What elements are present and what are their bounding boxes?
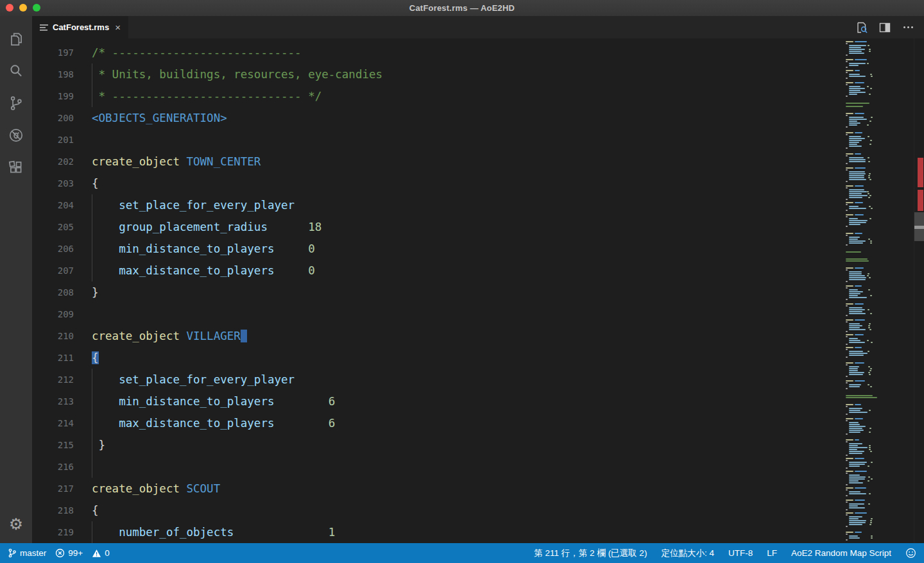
code-line[interactable]: 211{ <box>32 347 843 369</box>
code-line[interactable]: 218{ <box>32 500 843 521</box>
debug-icon[interactable] <box>0 119 32 151</box>
cursor-position[interactable]: 第 211 行，第 2 欄 (已選取 2) <box>534 548 647 559</box>
status-bar: master 99+ 0 第 211 行，第 2 欄 (已選取 2) 定位點大小… <box>0 543 924 563</box>
problems-status[interactable]: 99+ 0 <box>55 548 109 558</box>
tab-bar: CatForest.rms × <box>32 16 924 38</box>
code-text: max_distance_to_players 6 <box>92 412 843 434</box>
code-line[interactable]: 203{ <box>32 172 843 194</box>
source-control-icon[interactable] <box>0 87 32 119</box>
code-line[interactable]: 202create_object TOWN_CENTER <box>32 151 843 172</box>
code-text: create_object VILLAGER <box>92 325 843 347</box>
open-preview-icon[interactable] <box>855 21 869 35</box>
window-title: CatForest.rms — AoE2HD <box>409 3 515 13</box>
editor[interactable]: 197/* ----------------------------198 * … <box>32 38 924 543</box>
code-line[interactable]: 198 * Units, buildings, resources, eye-c… <box>32 63 843 85</box>
settings-gear-icon[interactable]: ⚙ <box>0 511 32 537</box>
line-number: 207 <box>32 260 92 282</box>
code-text: set_place_for_every_player <box>92 369 843 391</box>
code-text: group_placement_radius 18 <box>92 216 843 238</box>
minimap[interactable] <box>843 38 914 543</box>
extensions-icon[interactable] <box>0 151 32 183</box>
more-actions-icon[interactable] <box>901 21 915 35</box>
code-line[interactable]: 217create_object SCOUT <box>32 478 843 500</box>
vscode-window: CatForest.rms — AoE2HD <box>0 0 924 563</box>
code-line[interactable]: 208} <box>32 282 843 303</box>
line-number: 218 <box>32 500 92 521</box>
code-line[interactable]: 216 <box>32 456 843 478</box>
search-icon[interactable] <box>0 55 32 87</box>
code-line[interactable]: 210create_object VILLAGER <box>32 325 843 347</box>
line-number: 212 <box>32 369 92 391</box>
code-line[interactable]: 200<OBJECTS_GENERATION> <box>32 107 843 129</box>
line-number: 217 <box>32 478 92 500</box>
line-number: 204 <box>32 194 92 216</box>
code-line[interactable]: 214 max_distance_to_players 6 <box>32 412 843 434</box>
line-number: 209 <box>32 303 92 325</box>
explorer-icon[interactable] <box>0 23 32 55</box>
branch-name: master <box>20 548 46 558</box>
warnings-icon <box>92 549 101 558</box>
warning-count: 0 <box>105 548 110 558</box>
line-number: 202 <box>32 151 92 172</box>
code-text: min_distance_to_players 0 <box>92 238 843 260</box>
line-number: 213 <box>32 391 92 412</box>
error-marker <box>918 158 923 187</box>
error-marker <box>918 190 923 211</box>
tab-label: CatForest.rms <box>53 22 109 32</box>
code-line[interactable]: 219 number_of_objects 1 <box>32 521 843 543</box>
code-line[interactable]: 199 * ---------------------------- */ <box>32 85 843 107</box>
cursor-position-marker <box>914 226 924 229</box>
code-text: <OBJECTS_GENERATION> <box>92 107 843 129</box>
code-line[interactable]: 201 <box>32 129 843 151</box>
code-lines[interactable]: 197/* ----------------------------198 * … <box>32 38 843 543</box>
line-number: 214 <box>32 412 92 434</box>
code-text: { <box>92 172 843 194</box>
titlebar: CatForest.rms — AoE2HD <box>0 0 924 16</box>
tab-catforest-rms[interactable]: CatForest.rms × <box>32 16 128 38</box>
indentation[interactable]: 定位點大小: 4 <box>661 548 714 559</box>
code-line[interactable]: 207 max_distance_to_players 0 <box>32 260 843 282</box>
errors-icon <box>55 548 65 558</box>
code-line[interactable]: 209 <box>32 303 843 325</box>
line-number: 197 <box>32 42 92 63</box>
code-text: create_object SCOUT <box>92 478 843 500</box>
code-text: /* ---------------------------- <box>92 42 843 63</box>
line-number: 205 <box>32 216 92 238</box>
code-text: * Units, buildings, resources, eye-candi… <box>92 63 843 85</box>
code-line[interactable]: 215 } <box>32 434 843 456</box>
line-number: 219 <box>32 521 92 543</box>
line-number: 206 <box>32 238 92 260</box>
zoom-window-button[interactable] <box>33 4 40 12</box>
minimize-window-button[interactable] <box>19 4 27 12</box>
code-text <box>92 129 843 151</box>
line-number: 201 <box>32 129 92 151</box>
code-line[interactable]: 206 min_distance_to_players 0 <box>32 238 843 260</box>
tab-close-icon[interactable]: × <box>114 22 122 32</box>
eol-sequence[interactable]: LF <box>767 548 777 558</box>
line-number: 210 <box>32 325 92 347</box>
file-type-icon <box>40 24 48 31</box>
code-text <box>92 303 843 325</box>
code-line[interactable]: 205 group_placement_radius 18 <box>32 216 843 238</box>
git-branch-status[interactable]: master <box>8 548 46 558</box>
code-line[interactable]: 197/* ---------------------------- <box>32 42 843 63</box>
error-count: 99+ <box>68 548 83 558</box>
feedback-smiley-icon[interactable] <box>905 548 916 559</box>
code-line[interactable]: 213 min_distance_to_players 6 <box>32 391 843 412</box>
code-text: min_distance_to_players 6 <box>92 391 843 412</box>
code-line[interactable]: 204 set_place_for_every_player <box>32 194 843 216</box>
line-number: 199 <box>32 85 92 107</box>
language-mode[interactable]: AoE2 Random Map Script <box>791 548 891 558</box>
git-branch-icon <box>8 548 17 558</box>
code-text: * ---------------------------- */ <box>92 85 843 107</box>
encoding[interactable]: UTF-8 <box>728 548 753 558</box>
code-text: set_place_for_every_player <box>92 194 843 216</box>
split-editor-icon[interactable] <box>878 21 892 35</box>
code-line[interactable]: 212 set_place_for_every_player <box>32 369 843 391</box>
line-number: 198 <box>32 63 92 85</box>
activity-bar: ⚙ <box>0 16 32 543</box>
code-text: create_object TOWN_CENTER <box>92 151 843 172</box>
code-text <box>92 456 843 478</box>
code-text: max_distance_to_players 0 <box>92 260 843 282</box>
close-window-button[interactable] <box>6 4 13 12</box>
